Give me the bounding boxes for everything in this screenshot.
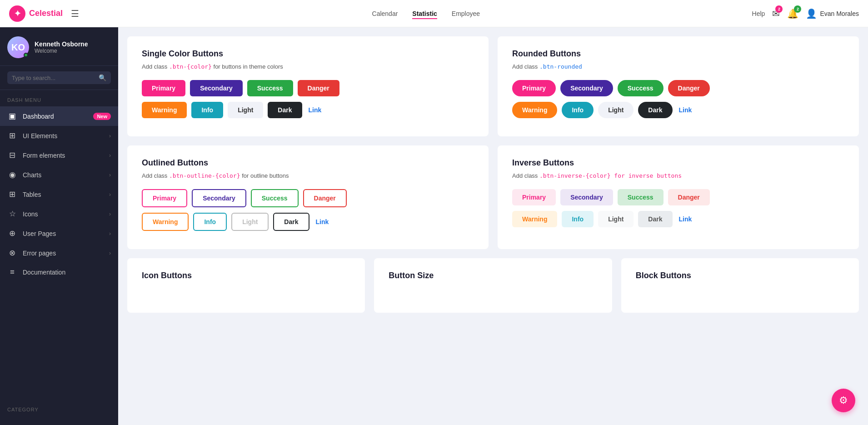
rounded-row2: Warning Info Light Dark Link: [512, 102, 844, 118]
btn-inverse-primary[interactable]: Primary: [512, 189, 556, 205]
single-color-title: Single Color Buttons: [142, 49, 474, 59]
btn-inverse-info[interactable]: Info: [562, 211, 594, 227]
brand-name: Celestial: [29, 9, 63, 18]
btn-light[interactable]: Light: [228, 102, 263, 118]
btn-rounded-light[interactable]: Light: [598, 102, 634, 118]
single-color-section: Single Color Buttons Add class .btn-{col…: [127, 36, 489, 136]
sidebar-item-icons[interactable]: ☆ Icons ›: [0, 204, 118, 224]
outlined-row1: Primary Secondary Success Danger: [142, 189, 474, 207]
sidebar-item-dashboard[interactable]: ▣ Dashboard New: [0, 106, 118, 126]
btn-outline-light[interactable]: Light: [231, 213, 269, 231]
btn-outline-secondary[interactable]: Secondary: [192, 189, 246, 207]
btn-secondary[interactable]: Secondary: [190, 80, 243, 96]
block-buttons-section: Block Buttons: [621, 258, 859, 313]
btn-primary[interactable]: Primary: [142, 80, 185, 96]
charts-icon: ◉: [7, 170, 17, 180]
logo-icon: ✦: [9, 5, 25, 22]
layout: KO Kenneth Osborne Welcome 🔍 Dash menu ▣…: [0, 27, 868, 425]
btn-inverse-danger[interactable]: Danger: [668, 189, 710, 205]
btn-outline-dark[interactable]: Dark: [273, 213, 309, 231]
btn-outline-success[interactable]: Success: [251, 189, 299, 207]
sidebar-item-tables[interactable]: ⊞ Tables ›: [0, 185, 118, 204]
buttons-row-3: Icon Buttons Button Size Block Buttons: [127, 258, 859, 313]
topnav: ✦ Celestial ☰ Calendar Statistic Employe…: [0, 0, 868, 27]
btn-rounded-primary[interactable]: Primary: [512, 80, 556, 96]
inverse-row1: Primary Secondary Success Danger: [512, 189, 844, 205]
sidebar-item-charts[interactable]: ◉ Charts ›: [0, 165, 118, 185]
btn-inverse-secondary[interactable]: Secondary: [560, 189, 613, 205]
btn-rounded-success[interactable]: Success: [618, 80, 663, 96]
outlined-desc: Add class .btn-outline-{color} for outli…: [142, 172, 474, 179]
outlined-row2: Warning Info Light Dark Link: [142, 213, 474, 231]
notifications-badge: 2: [794, 5, 801, 13]
block-buttons-title: Block Buttons: [636, 271, 844, 280]
chevron-right-icon: ›: [109, 230, 111, 237]
chevron-right-icon: ›: [109, 211, 111, 217]
help-link[interactable]: Help: [752, 10, 765, 17]
nav-employee[interactable]: Employee: [452, 8, 480, 19]
btn-outline-primary[interactable]: Primary: [142, 189, 187, 207]
sidebar-item-label: Tables: [23, 191, 104, 198]
sidebar-item-error-pages[interactable]: ⊗ Error pages ›: [0, 243, 118, 263]
sidebar-item-label: Form elements: [23, 152, 104, 159]
user-menu[interactable]: 👤 Evan Morales: [806, 8, 859, 19]
btn-rounded-info[interactable]: Info: [562, 102, 594, 118]
button-size-title: Button Size: [389, 271, 597, 280]
btn-info[interactable]: Info: [191, 102, 223, 118]
notifications-icon-wrap[interactable]: 🔔 2: [787, 8, 798, 19]
main-content: Single Color Buttons Add class .btn-{col…: [118, 27, 868, 425]
btn-inverse-success[interactable]: Success: [618, 189, 663, 205]
btn-warning[interactable]: Warning: [142, 102, 187, 118]
avatar-status: [24, 53, 28, 57]
sidebar-item-label: Charts: [23, 171, 104, 179]
btn-link[interactable]: Link: [307, 102, 324, 118]
nav-calendar[interactable]: Calendar: [372, 8, 398, 19]
chevron-right-icon: ›: [109, 133, 111, 139]
search-icon: 🔍: [99, 74, 106, 81]
btn-outline-link[interactable]: Link: [314, 213, 331, 231]
sidebar-item-documentation[interactable]: ≡ Documentation: [0, 263, 118, 282]
messages-badge: 2: [775, 5, 783, 13]
btn-rounded-danger[interactable]: Danger: [668, 80, 710, 96]
btn-outline-danger[interactable]: Danger: [303, 189, 347, 207]
search-wrap: 🔍: [0, 66, 118, 90]
btn-success[interactable]: Success: [247, 80, 293, 96]
sidebar-user-role: Welcome: [35, 48, 88, 54]
btn-rounded-link[interactable]: Link: [677, 102, 694, 118]
btn-outline-info[interactable]: Info: [193, 213, 227, 231]
search-input[interactable]: [12, 75, 99, 81]
sidebar-item-form-elements[interactable]: ⊟ Form elements ›: [0, 145, 118, 165]
fab-button[interactable]: ⚙: [832, 389, 855, 412]
hamburger-icon[interactable]: ☰: [71, 8, 79, 19]
logo: ✦ Celestial ☰: [9, 5, 100, 22]
btn-rounded-dark[interactable]: Dark: [638, 102, 672, 118]
btn-inverse-dark[interactable]: Dark: [638, 211, 672, 227]
messages-icon-wrap[interactable]: ✉ 2: [772, 8, 780, 19]
btn-rounded-secondary[interactable]: Secondary: [560, 80, 613, 96]
btn-danger[interactable]: Danger: [298, 80, 339, 96]
btn-rounded-warning[interactable]: Warning: [512, 102, 557, 118]
rounded-title: Rounded Buttons: [512, 49, 844, 59]
nav-statistic[interactable]: Statistic: [412, 8, 437, 19]
inverse-row2: Warning Info Light Dark Link: [512, 211, 844, 227]
sidebar-user-name: Kenneth Osborne: [35, 40, 88, 48]
dashboard-icon: ▣: [7, 111, 17, 121]
sidebar: KO Kenneth Osborne Welcome 🔍 Dash menu ▣…: [0, 27, 118, 425]
rounded-desc: Add class .btn-rounded: [512, 63, 844, 70]
dashboard-badge: New: [93, 113, 111, 120]
sidebar-item-label: User Pages: [23, 230, 104, 237]
btn-inverse-warning[interactable]: Warning: [512, 211, 557, 227]
documentation-icon: ≡: [7, 268, 17, 277]
icons-icon: ☆: [7, 209, 17, 219]
rounded-row1: Primary Secondary Success Danger: [512, 80, 844, 96]
user-name: Evan Morales: [820, 10, 859, 17]
user-icon: 👤: [806, 8, 817, 19]
btn-dark[interactable]: Dark: [268, 102, 302, 118]
btn-outline-warning[interactable]: Warning: [142, 213, 189, 231]
sidebar-item-user-pages[interactable]: ⊕ User Pages ›: [0, 224, 118, 243]
inverse-title: Inverse Buttons: [512, 158, 844, 168]
chevron-right-icon: ›: [109, 250, 111, 256]
btn-inverse-light[interactable]: Light: [598, 211, 634, 227]
sidebar-item-ui-elements[interactable]: ⊞ UI Elements ›: [0, 126, 118, 145]
btn-inverse-link[interactable]: Link: [677, 211, 694, 227]
